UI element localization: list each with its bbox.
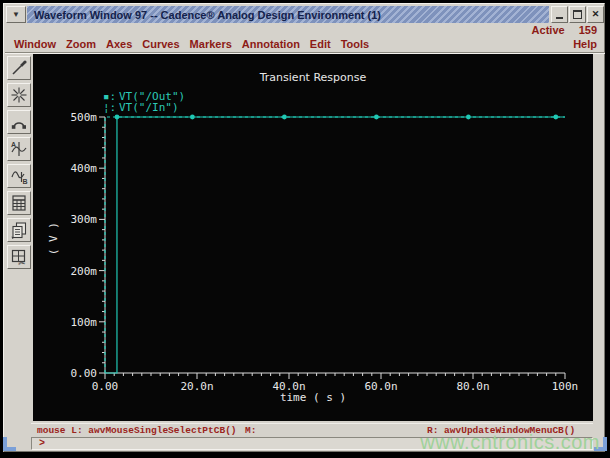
status-mouse-left: mouse L: awvMouseSingleSelectPtCB() (37, 425, 237, 436)
point-marker-b-button[interactable]: B (7, 164, 31, 188)
svg-text:0.00: 0.00 (71, 367, 98, 380)
menu-curves[interactable]: Curves (142, 38, 179, 52)
svg-text:B: B (23, 178, 28, 185)
close-icon: ✕ (592, 10, 600, 19)
probe-button[interactable] (7, 56, 31, 80)
zoom-fit-button[interactable] (7, 83, 31, 107)
zoom-fit-icon (9, 85, 29, 105)
svg-text:20.0n: 20.0n (180, 380, 213, 393)
active-count: 159 (579, 24, 597, 36)
svg-text:0.00: 0.00 (92, 380, 119, 393)
cut-window-button[interactable]: ✂ (7, 245, 31, 269)
vertical-marker-icon: A (9, 139, 29, 159)
waveform-window: ▼ Waveform Window 97 -- Cadence® Analog … (0, 0, 610, 458)
svg-text:300m: 300m (71, 213, 98, 226)
vertical-marker-button[interactable]: A (7, 137, 31, 161)
menu-tools[interactable]: Tools (341, 38, 370, 52)
menu-window[interactable]: Window (14, 38, 56, 52)
menu-markers[interactable]: Markers (190, 38, 232, 52)
menu-zoom[interactable]: Zoom (66, 38, 96, 52)
menu-annotation[interactable]: Annotation (242, 38, 300, 52)
resize-corner-bottom-left[interactable] (3, 437, 16, 451)
svg-text:60.0n: 60.0n (364, 380, 397, 393)
plot-canvas[interactable]: Transient Response ▪:VT("/Out") ¦:VT("/I… (33, 54, 593, 421)
menu-edit[interactable]: Edit (310, 38, 331, 52)
cut-window-icon: ✂ (9, 247, 29, 267)
svg-text:40.0n: 40.0n (272, 380, 305, 393)
point-marker-b-icon: B (9, 166, 29, 186)
probe-icon (9, 58, 29, 78)
active-label: Active (532, 24, 565, 36)
copy-window-button[interactable] (7, 218, 31, 242)
trace-arc-button[interactable] (7, 110, 31, 134)
svg-text:500m: 500m (71, 111, 98, 124)
chevron-down-icon: ▼ (12, 10, 20, 19)
active-status: Active159 (532, 24, 597, 36)
svg-text:✂: ✂ (18, 258, 26, 267)
titlebar: ▼ Waveform Window 97 -- Cadence® Analog … (6, 6, 604, 23)
maximize-icon (573, 10, 582, 19)
window-menu-button[interactable]: ▼ (6, 6, 26, 23)
status-mouse-middle: M: (245, 425, 256, 436)
maximize-button[interactable] (569, 6, 586, 23)
menu-help[interactable]: Help (573, 38, 597, 50)
svg-text:100n: 100n (552, 380, 579, 393)
calculator-button[interactable] (7, 191, 31, 215)
svg-text:100m: 100m (71, 316, 98, 329)
trace-arc-icon (9, 112, 29, 132)
minimize-button[interactable] (551, 6, 568, 23)
titlebar-stripes[interactable]: Waveform Window 97 -- Cadence® Analog De… (27, 6, 549, 23)
window-title: Waveform Window 97 -- Cadence® Analog De… (34, 9, 381, 21)
copy-window-icon (9, 220, 29, 240)
menubar: Window Zoom Axes Curves Markers Annotati… (14, 38, 597, 52)
waveform-chart[interactable]: 0.0020.0n40.0n60.0n80.0n100n0.00100m200m… (33, 54, 593, 421)
close-button[interactable]: ✕ (587, 6, 604, 23)
menu-axes[interactable]: Axes (106, 38, 132, 52)
calculator-icon (9, 193, 29, 213)
prompt-character: > (39, 438, 45, 449)
svg-text:80.0n: 80.0n (456, 380, 489, 393)
watermark-text: www.cntronics.com (420, 431, 600, 454)
toolbar: A B (6, 56, 33, 272)
svg-text:400m: 400m (71, 162, 98, 175)
minimize-icon (556, 17, 563, 19)
svg-text:200m: 200m (71, 265, 98, 278)
